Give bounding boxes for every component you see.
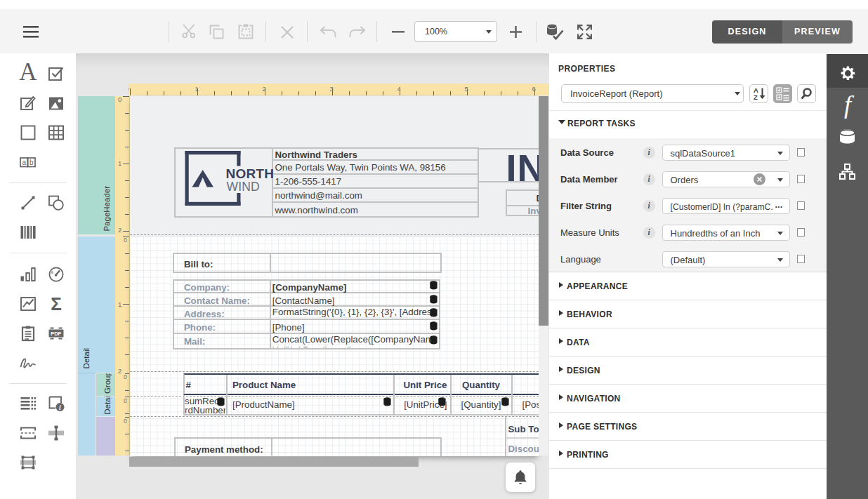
svg-text:i: i xyxy=(59,404,61,411)
svg-text:Z: Z xyxy=(754,93,758,101)
svg-text:NORTH: NORTH xyxy=(225,166,274,181)
svg-text:b: b xyxy=(29,159,34,166)
svg-text:PDF: PDF xyxy=(51,331,61,337)
svg-text:a: a xyxy=(22,159,27,166)
svg-text:A: A xyxy=(754,86,758,94)
svg-text:WIND: WIND xyxy=(226,180,259,194)
